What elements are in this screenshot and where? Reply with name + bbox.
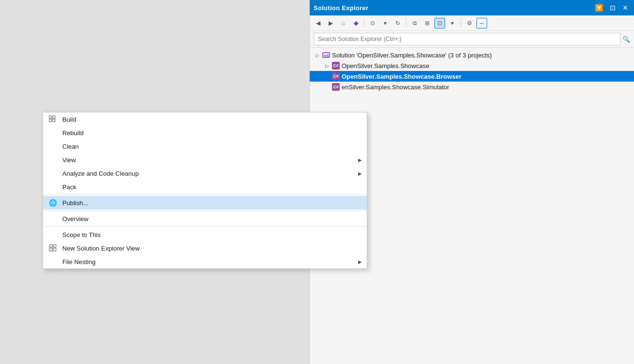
dock-button[interactable]: ⊡ — [608, 3, 618, 12]
file-nesting-arrow: ▶ — [358, 259, 362, 265]
dropdown-button[interactable]: ▾ — [380, 18, 390, 28]
menu-item-clean[interactable]: Clean — [43, 140, 367, 153]
separator-1 — [43, 195, 367, 195]
solution-explorer-titlebar: Solution Explorer 🔽 ⊡ ✕ — [310, 0, 634, 15]
close-panel-button[interactable]: ─ — [476, 18, 487, 28]
scope-label: Scope to This — [62, 231, 101, 238]
svg-text:VS: VS — [324, 54, 329, 58]
view-label: View — [62, 156, 76, 164]
expand-solution[interactable]: ▷ — [314, 51, 321, 59]
vs-logo-button[interactable]: ◈ — [350, 18, 361, 28]
separator-2 — [43, 210, 367, 211]
rebuild-label: Rebuild — [62, 129, 84, 137]
menu-item-pack[interactable]: Pack — [43, 180, 367, 194]
simulator-icon: C# — [332, 83, 340, 91]
file-nesting-label: File Nesting — [62, 258, 96, 266]
copy-button[interactable]: ⧉ — [409, 18, 420, 28]
project1-label: OpenSilver.Samples.Showcase — [342, 62, 429, 70]
back-button[interactable]: ◀ — [313, 18, 323, 28]
expand-project3[interactable] — [323, 83, 331, 91]
expand-project2[interactable]: ▷ — [323, 72, 331, 80]
close-button[interactable]: ✕ — [620, 3, 630, 12]
context-menu: Build Rebuild Clean View ▶ Analyze and C… — [43, 112, 367, 269]
separator-3 — [43, 226, 367, 227]
build-label: Build — [62, 116, 76, 123]
forward-button[interactable]: ▶ — [325, 18, 336, 28]
sync-dropdown[interactable]: ▾ — [447, 18, 458, 28]
menu-item-new-view[interactable]: New Solution Explorer View — [43, 241, 367, 255]
settings-button[interactable]: ⚙ — [464, 18, 475, 28]
globe-icon: 🌐 — [48, 198, 58, 208]
menu-item-view[interactable]: View ▶ — [43, 153, 367, 167]
search-icon[interactable]: 🔍 — [622, 36, 630, 43]
menu-item-analyze[interactable]: Analyze and Code Cleanup ▶ — [43, 167, 367, 180]
new-view-label: New Solution Explorer View — [62, 245, 140, 252]
paste-button[interactable]: ⊞ — [422, 18, 432, 28]
overview-label: Overview — [62, 215, 88, 223]
svg-rect-9 — [53, 248, 56, 251]
refresh-button[interactable]: ↻ — [392, 18, 403, 28]
toolbar-sep-1 — [364, 19, 364, 28]
solution-explorer-title: Solution Explorer — [314, 4, 368, 12]
svg-rect-6 — [49, 245, 52, 247]
build-icon — [48, 114, 58, 124]
svg-rect-4 — [49, 119, 52, 122]
browser-icon: C# — [332, 72, 340, 80]
expand-project1[interactable]: ▷ — [323, 62, 331, 70]
svg-rect-3 — [53, 116, 55, 118]
menu-item-rebuild[interactable]: Rebuild — [43, 126, 367, 140]
menu-item-build[interactable]: Build — [43, 112, 367, 126]
analyze-label: Analyze and Code Cleanup — [62, 170, 139, 177]
svg-rect-7 — [53, 245, 56, 247]
history-button[interactable]: ⊙ — [367, 18, 378, 28]
toolbar-sep-2 — [406, 19, 406, 28]
tree-item-project3[interactable]: C# enSilver.Samples.Showcase.Simulator — [310, 82, 634, 92]
svg-rect-8 — [49, 248, 52, 251]
tree-item-project2[interactable]: ▷ C# OpenSilver.Samples.Showcase.Browser — [310, 71, 634, 82]
project2-label: OpenSilver.Samples.Showcase.Browser — [342, 73, 461, 80]
publish-label: Publish... — [62, 199, 88, 207]
home-button[interactable]: ⌂ — [338, 18, 348, 28]
titlebar-buttons: 🔽 ⊡ ✕ — [593, 3, 630, 12]
tree-item-project1[interactable]: ▷ C# OpenSilver.Samples.Showcase — [310, 60, 634, 71]
menu-item-scope[interactable]: Scope to This — [43, 228, 367, 241]
view-arrow: ▶ — [358, 157, 362, 163]
toolbar-sep-3 — [461, 19, 461, 28]
solution-explorer-toolbar: ◀ ▶ ⌂ ◈ ⊙ ▾ ↻ ⧉ ⊞ ⊡ ▾ ⚙ ─ — [310, 15, 634, 31]
menu-item-overview[interactable]: Overview — [43, 212, 367, 225]
solution-label: Solution 'OpenSilver.Samples.Showcase' (… — [332, 52, 492, 59]
project3-label: enSilver.Samples.Showcase.Simulator — [342, 84, 449, 91]
new-view-icon — [48, 243, 58, 253]
clean-label: Clean — [62, 143, 79, 150]
csharp-icon-1: C# — [332, 62, 340, 70]
analyze-arrow: ▶ — [358, 171, 362, 176]
tree-item-solution[interactable]: ▷ VS Solution 'OpenSilver.Samples.Showca… — [310, 50, 634, 60]
search-bar: 🔍 — [310, 31, 634, 48]
menu-item-publish[interactable]: 🌐 Publish... — [43, 196, 367, 210]
solution-tree: ▷ VS Solution 'OpenSilver.Samples.Showca… — [310, 48, 634, 94]
pack-label: Pack — [62, 183, 76, 191]
svg-rect-5 — [53, 119, 55, 122]
sync-button[interactable]: ⊡ — [434, 18, 445, 28]
solution-icon: VS — [322, 51, 330, 59]
svg-rect-2 — [49, 116, 52, 118]
menu-item-file-nesting[interactable]: File Nesting ▶ — [43, 255, 367, 268]
search-input[interactable] — [314, 33, 620, 45]
pin-button[interactable]: 🔽 — [593, 3, 605, 12]
